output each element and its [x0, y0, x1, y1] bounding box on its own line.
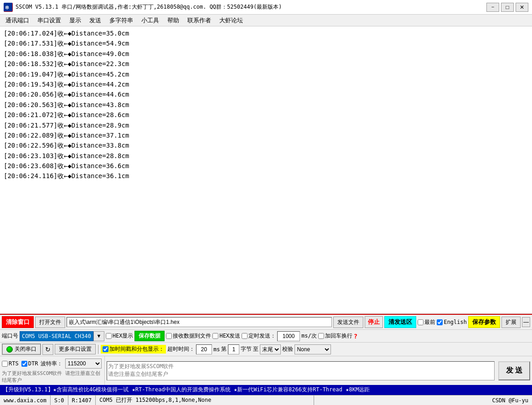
menu-item-联系作者[interactable]: 联系作者 — [184, 15, 215, 26]
hex-send-checkbox[interactable] — [212, 333, 218, 339]
open-file-button[interactable]: 打开文件 — [35, 317, 65, 328]
timed-send-checkbox[interactable] — [242, 333, 248, 339]
title-bar: 串 SSCOM V5.13.1 串口/网络数据调试器,作者:大虾丁丁,26180… — [0, 0, 532, 15]
timed-send-label[interactable]: 定时发送： — [242, 332, 276, 340]
rts-checkbox[interactable] — [2, 361, 8, 367]
app-icon: 串 — [4, 3, 13, 12]
english-label: English — [444, 319, 467, 325]
left-controls: RTS DTR 波特率： 115200 为了更好地发展SSCOM软件 请您注册嘉… — [0, 356, 105, 385]
timer-input[interactable] — [277, 331, 300, 341]
log-area[interactable]: [20:06:17.024]收←◆Distance=35.0cm[20:06:1… — [0, 26, 532, 314]
port-select-display[interactable]: COM5 USB-SERIAL CH340 — [20, 331, 93, 341]
timestamp-checkbox[interactable] — [103, 346, 108, 352]
menu-item-通讯端口[interactable]: 通讯端口 — [2, 15, 33, 26]
stop-button[interactable]: 停止 — [365, 316, 383, 328]
last-label: 最前 — [424, 318, 435, 326]
log-line: [20:06:23.608]收←◆Distance=36.6cm — [4, 161, 528, 171]
menu-item-发送[interactable]: 发送 — [86, 15, 105, 26]
save-data-button[interactable]: 保存数据 — [134, 331, 165, 341]
refresh-button[interactable]: ↻ — [42, 344, 53, 355]
log-line: [20:06:24.116]收←◆Distance=36.1cm — [4, 171, 528, 181]
question-button[interactable]: ? — [354, 333, 357, 340]
close-button[interactable]: ✕ — [516, 3, 528, 12]
page-label: 第 — [221, 345, 227, 353]
send-area: 发 送 — [105, 356, 532, 385]
menu-item-大虾论坛[interactable]: 大虾论坛 — [216, 15, 247, 26]
status-website: www.daxia.com — [0, 395, 51, 405]
log-line: [20:06:18.038]收←◆Distance=49.0cm — [4, 49, 528, 59]
menu-item-小工具[interactable]: 小工具 — [138, 15, 163, 26]
toolbar-row3: 关闭串口 ↻ 更多串口设置 加时间戳和分包显示： 超时时间： ms 第 字节 至… — [0, 342, 532, 356]
log-line: [20:06:21.577]收←◆Distance=28.9cm — [4, 120, 528, 130]
open-port-button[interactable]: 关闭串口 — [2, 343, 41, 355]
menu-item-串口设置[interactable]: 串口设置 — [34, 15, 65, 26]
port-dropdown-arrow[interactable]: ▼ — [93, 331, 104, 341]
last-checkbox-label[interactable]: 最前 — [418, 318, 435, 326]
log-line: [20:06:17.024]收←◆Distance=35.0cm — [4, 28, 528, 38]
log-line: [20:06:20.563]收←◆Distance=43.8cm — [4, 100, 528, 110]
status-port-info: COM5 已打开 115200bps,8,1,None,None — [96, 395, 314, 405]
recv-file-label[interactable]: 接收数据到文件 — [166, 332, 211, 340]
title-left: 串 SSCOM V5.13.1 串口/网络数据调试器,作者:大虾丁丁,26180… — [4, 3, 282, 12]
menu-item-帮助[interactable]: 帮助 — [164, 15, 183, 26]
save-params-button[interactable]: 保存参数 — [468, 316, 500, 328]
hex-display-label[interactable]: HEX显示 — [106, 332, 134, 340]
end-select[interactable]: 末尾 — [260, 344, 281, 354]
checksum-label: 校验 — [282, 345, 293, 353]
log-line: [20:06:19.047]收←◆Distance=45.2cm — [4, 69, 528, 79]
rts-dtr-row: RTS DTR 波特率： 115200 — [2, 357, 103, 370]
expand-button[interactable]: 扩展 — [501, 317, 521, 328]
hex-display-checkbox[interactable] — [106, 333, 112, 339]
last-checkbox[interactable] — [418, 319, 424, 325]
log-line: [20:06:19.543]收←◆Distance=44.2cm — [4, 79, 528, 89]
log-line: [20:06:17.531]收←◆Distance=54.9cm — [4, 38, 528, 48]
clear-window-button[interactable]: 清除窗口 — [2, 316, 34, 328]
minimize-button[interactable]: － — [486, 3, 499, 12]
toolbar-row2: 端口号 COM5 USB-SERIAL CH340 ▼ HEX显示 保存数据 接… — [0, 329, 532, 342]
dtr-text: DTR — [28, 360, 38, 367]
send-textarea[interactable] — [107, 361, 495, 380]
main-content: [20:06:17.024]收←◆Distance=35.0cm[20:06:1… — [0, 26, 532, 385]
maximize-button[interactable]: □ — [501, 3, 514, 12]
timed-send-text: 定时发送： — [248, 332, 276, 340]
menu-item-显示[interactable]: 显示 — [66, 15, 85, 26]
send-button[interactable]: 发 送 — [498, 361, 530, 380]
toolbar-row4: RTS DTR 波特率： 115200 为了更好地发展SSCOM软件 请您注册嘉… — [0, 356, 532, 385]
status-s: S:0 — [51, 395, 68, 405]
title-text: SSCOM V5.13.1 串口/网络数据调试器,作者:大虾丁丁,2618058… — [15, 3, 282, 11]
log-line: [20:06:22.089]收←◆Distance=37.1cm — [4, 130, 528, 140]
timestamp-label[interactable]: 加时间戳和分包显示： — [101, 345, 166, 354]
cr-label[interactable]: 加回车换行 — [318, 332, 352, 340]
minus-button[interactable]: — — [522, 317, 530, 327]
recv-file-checkbox[interactable] — [166, 333, 172, 339]
dtr-label[interactable]: DTR — [21, 360, 38, 367]
dtr-checkbox[interactable] — [21, 361, 27, 367]
page-input[interactable] — [228, 344, 239, 354]
log-line: [20:06:21.072]收←◆Distance=28.6cm — [4, 110, 528, 120]
menu-item-多字符串[interactable]: 多字符串 — [106, 15, 137, 26]
menu-bar: 通讯端口串口设置显示发送多字符串小工具帮助联系作者大虾论坛 — [0, 15, 532, 26]
hex-send-text: HEX发送 — [219, 332, 240, 340]
baud-select[interactable]: 115200 — [65, 359, 102, 369]
hex-send-label[interactable]: HEX发送 — [212, 332, 240, 340]
clear-send-button[interactable]: 清发送区 — [384, 316, 416, 328]
log-line: [20:06:23.103]收←◆Distance=28.8cm — [4, 151, 528, 161]
file-path-input[interactable] — [67, 317, 332, 327]
more-settings-button[interactable]: 更多串口设置 — [55, 344, 96, 354]
ticker-text: 【升级到V5.13.1】★含宙高性价比4G模块值得一试 ★RT-Thread中国… — [3, 386, 370, 393]
divider — [98, 345, 98, 354]
cr-checkbox[interactable] — [318, 333, 324, 339]
send-file-button[interactable]: 发送文件 — [333, 317, 363, 328]
english-checkbox-label[interactable]: English — [437, 319, 467, 325]
timeout-label-text: 超时时间： — [167, 345, 195, 353]
port-label: 端口号 — [2, 332, 18, 340]
open-port-text: 关闭串口 — [15, 345, 36, 353]
baud-label: 波特率： — [41, 360, 62, 368]
checksum-select[interactable]: None — [294, 344, 331, 354]
ms-small-label: ms — [213, 346, 220, 353]
rts-label[interactable]: RTS — [2, 360, 19, 367]
timeout-input[interactable] — [196, 344, 212, 354]
english-checkbox[interactable] — [437, 319, 443, 325]
ticker-row: 【升级到V5.13.1】★含宙高性价比4G模块值得一试 ★RT-Thread中国… — [0, 385, 532, 395]
log-line: [20:06:20.056]收←◆Distance=44.6cm — [4, 89, 528, 99]
